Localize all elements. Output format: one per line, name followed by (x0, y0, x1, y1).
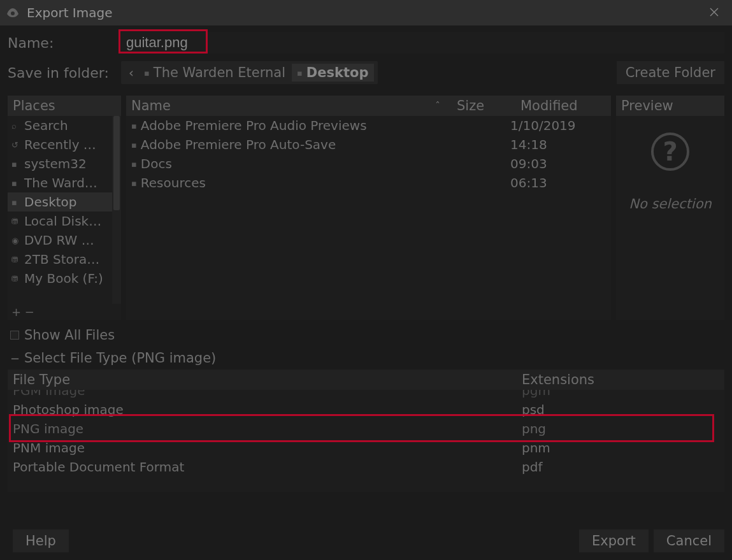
places-item-desktop[interactable]: ▪Desktop (8, 192, 121, 212)
cancel-button[interactable]: Cancel (654, 529, 724, 552)
show-all-label: Show All Files (24, 327, 115, 343)
column-name[interactable]: Name ˆ (126, 96, 452, 116)
places-item-recent[interactable]: ↺Recently … (8, 135, 121, 154)
file-type-header: File Type Extensions (8, 370, 724, 390)
bottom-bar: Help Export Cancel (8, 529, 724, 552)
column-size[interactable]: Size (452, 96, 515, 116)
create-folder-button[interactable]: Create Folder (617, 61, 724, 84)
disc-icon: ◉ (11, 236, 20, 245)
checkbox-icon (10, 331, 19, 340)
folder-label: Save in folder: (8, 65, 121, 81)
folder-icon: ▪ (131, 140, 137, 150)
file-type-row[interactable]: PNM image pnm (8, 438, 724, 457)
breadcrumb-segment-current[interactable]: ▪ Desktop (292, 64, 373, 82)
folder-icon: ▪ (131, 121, 137, 131)
file-type-row[interactable]: Photoshop image psd (8, 400, 724, 419)
folder-icon: ▪ (144, 68, 150, 78)
filelist-panel: Name ˆ Size Modified ▪Adobe Premiere Pro… (126, 96, 611, 320)
folder-icon: ▪ (11, 159, 20, 169)
drive-icon: ⛃ (11, 217, 20, 226)
file-rows: ▪Adobe Premiere Pro Audio Previews 1/10/… (126, 116, 611, 320)
app-icon (5, 5, 20, 20)
search-icon: ⌕ (11, 121, 20, 131)
breadcrumb: ‹ ▪ The Warden Eternal ▪ Desktop (121, 61, 378, 84)
breadcrumb-label: Desktop (306, 65, 369, 80)
file-row[interactable]: ▪Resources 06:13 (126, 173, 611, 192)
window-title: Export Image (27, 5, 701, 20)
column-modified[interactable]: Modified (515, 96, 611, 116)
places-scrollbar[interactable] (112, 116, 121, 304)
file-type-body: PGM image pgm Photoshop image psd PNG im… (8, 390, 724, 492)
name-row: Name: (8, 32, 724, 54)
folder-icon: ▪ (11, 197, 20, 207)
select-file-type-label: Select File Type (PNG image) (24, 350, 216, 366)
folder-icon: ▪ (131, 178, 137, 188)
places-item-2tb[interactable]: ⛃2TB Stora… (8, 250, 121, 269)
minus-icon: − (10, 352, 19, 365)
drive-icon: ⛃ (11, 255, 20, 264)
places-add-remove[interactable]: + − (8, 304, 121, 320)
preview-panel: Preview ? No selection (616, 96, 724, 320)
question-icon: ? (651, 133, 689, 171)
places-header: Places (8, 96, 121, 116)
help-button[interactable]: Help (13, 529, 69, 552)
breadcrumb-label: The Warden Eternal (154, 65, 285, 80)
column-file-type[interactable]: File Type (13, 372, 522, 387)
export-button[interactable]: Export (579, 529, 649, 552)
titlebar: Export Image (0, 0, 732, 25)
close-icon[interactable] (701, 5, 727, 20)
places-item-localdisk[interactable]: ⛃Local Disk… (8, 212, 121, 231)
places-panel: Places ⌕Search ↺Recently … ▪system32 ▪Th… (8, 96, 121, 320)
places-item-dvd[interactable]: ◉DVD RW … (8, 231, 121, 250)
file-type-row[interactable]: PGM image pgm (8, 390, 724, 400)
folder-icon: ▪ (297, 68, 303, 78)
folder-row: Save in folder: ‹ ▪ The Warden Eternal ▪… (8, 61, 724, 84)
name-label: Name: (8, 35, 121, 51)
column-extensions[interactable]: Extensions (522, 372, 719, 387)
preview-no-selection: No selection (629, 196, 712, 212)
places-item-mybook[interactable]: ⛃My Book (F:) (8, 269, 121, 288)
panels: Places ⌕Search ↺Recently … ▪system32 ▪Th… (8, 96, 724, 320)
folder-icon: ▪ (131, 159, 137, 169)
filename-input[interactable] (121, 32, 724, 54)
select-file-type-expander[interactable]: − Select File Type (PNG image) (8, 350, 724, 366)
filelist-header: Name ˆ Size Modified (126, 96, 611, 116)
recent-icon: ↺ (11, 140, 20, 150)
places-item-search[interactable]: ⌕Search (8, 116, 121, 135)
file-row[interactable]: ▪Adobe Premiere Pro Audio Previews 1/10/… (126, 116, 611, 135)
preview-header: Preview (616, 96, 724, 116)
breadcrumb-back-icon[interactable]: ‹ (125, 65, 138, 80)
file-type-row[interactable]: Portable Document Format pdf (8, 457, 724, 477)
file-type-row-png[interactable]: PNG image png (8, 419, 724, 438)
breadcrumb-segment[interactable]: ▪ The Warden Eternal (139, 64, 291, 82)
places-item-system32[interactable]: ▪system32 (8, 154, 121, 173)
folder-icon: ▪ (11, 178, 20, 188)
file-row[interactable]: ▪Docs 09:03 (126, 154, 611, 173)
drive-icon: ⛃ (11, 274, 20, 284)
file-type-table: File Type Extensions PGM image pgm Photo… (8, 370, 724, 492)
sort-asc-icon: ˆ (435, 100, 447, 112)
places-list: ⌕Search ↺Recently … ▪system32 ▪The Ward…… (8, 116, 121, 304)
places-item-warden[interactable]: ▪The Ward… (8, 173, 121, 192)
show-all-files-toggle[interactable]: Show All Files (8, 327, 724, 343)
file-row[interactable]: ▪Adobe Premiere Pro Auto-Save 14:18 (126, 135, 611, 154)
